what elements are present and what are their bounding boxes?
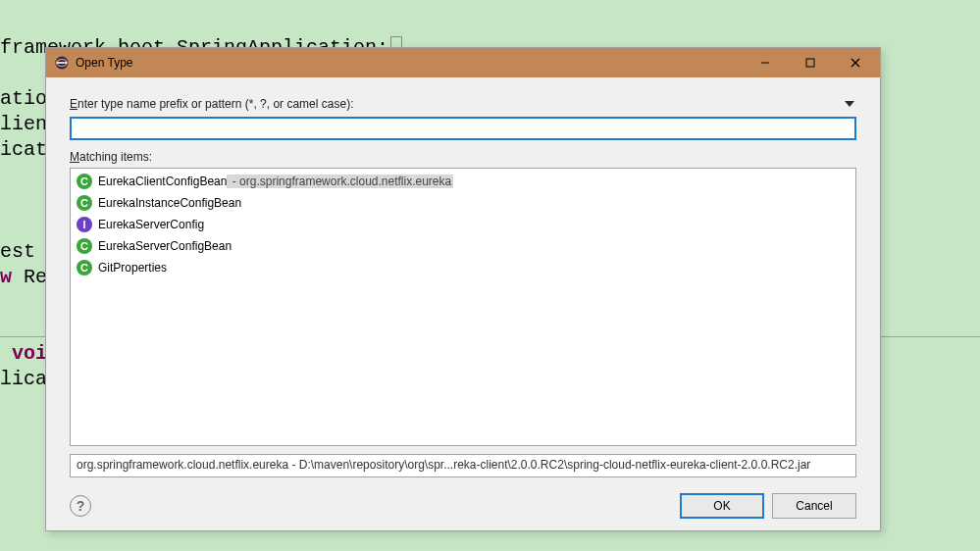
- list-item[interactable]: I EurekaServerConfig: [71, 214, 855, 235]
- list-item[interactable]: C EurekaClientConfigBean - org.springfra…: [71, 171, 855, 192]
- svg-rect-2: [57, 62, 68, 64]
- type-search-input[interactable]: [70, 117, 856, 140]
- prompt-label: Enter type name prefix or pattern (*, ?,…: [70, 97, 353, 111]
- cancel-button[interactable]: Cancel: [772, 493, 856, 519]
- class-icon: C: [77, 174, 92, 189]
- list-item[interactable]: C EurekaServerConfigBean: [71, 235, 855, 257]
- class-icon: C: [77, 195, 92, 211]
- dialog-body: Enter type name prefix or pattern (*, ?,…: [46, 77, 880, 481]
- code-line: est: [0, 240, 35, 263]
- maximize-button[interactable]: [788, 49, 833, 76]
- class-icon: C: [77, 238, 92, 254]
- code-line: w Re: [0, 266, 47, 288]
- dialog-title: Open Type: [76, 56, 743, 70]
- list-item-package: - org.springframework.cloud.netflix.eure…: [227, 175, 453, 188]
- list-item-name: EurekaClientConfigBean: [98, 175, 227, 188]
- code-line: lica: [0, 368, 47, 390]
- matching-items-label: Matching items:: [70, 150, 856, 164]
- list-item[interactable]: C GitProperties: [71, 257, 855, 278]
- class-icon: C: [77, 260, 92, 276]
- help-icon[interactable]: ?: [70, 495, 91, 517]
- ok-button[interactable]: OK: [680, 493, 764, 519]
- code-line: icat: [0, 138, 47, 161]
- list-item-name: EurekaServerConfigBean: [98, 239, 232, 253]
- minimize-button[interactable]: [743, 49, 788, 76]
- matching-items-list[interactable]: C EurekaClientConfigBean - org.springfra…: [70, 168, 856, 446]
- open-type-dialog: Open Type Enter type name prefix or patt…: [45, 47, 881, 531]
- list-item-name: GitProperties: [98, 261, 167, 275]
- button-bar: ? OK Cancel: [46, 481, 880, 530]
- eclipse-icon: [54, 55, 70, 71]
- list-item-name: EurekaServerConfig: [98, 218, 204, 231]
- code-line: lien: [0, 113, 47, 135]
- options-dropdown-icon[interactable]: [845, 101, 854, 107]
- code-line: voi: [0, 342, 47, 365]
- list-item[interactable]: C EurekaInstanceConfigBean: [71, 192, 855, 214]
- close-button[interactable]: [833, 49, 878, 76]
- status-bar: org.springframework.cloud.netflix.eureka…: [70, 454, 856, 477]
- dialog-titlebar[interactable]: Open Type: [46, 48, 880, 77]
- code-line: atio: [0, 87, 47, 110]
- list-item-name: EurekaInstanceConfigBean: [98, 196, 241, 210]
- svg-rect-4: [806, 59, 814, 67]
- interface-icon: I: [77, 217, 92, 232]
